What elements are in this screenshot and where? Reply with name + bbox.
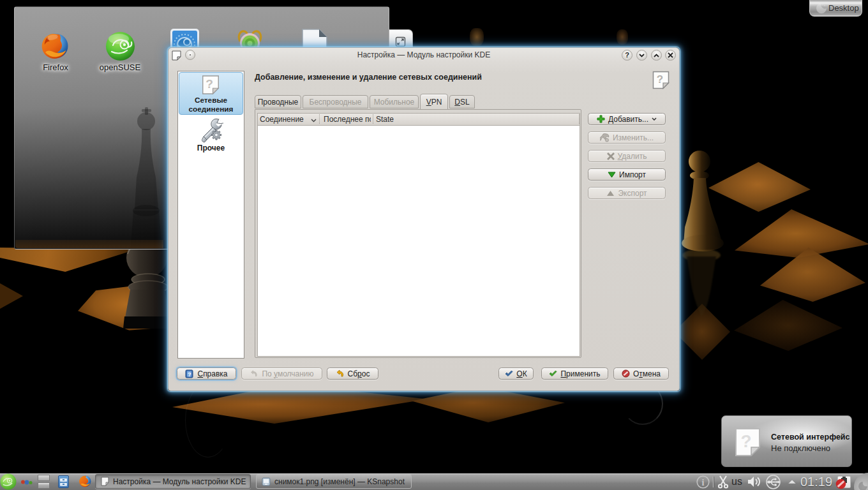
- svg-text:?: ?: [740, 431, 751, 451]
- svg-text:i: i: [702, 478, 705, 487]
- svg-text:?: ?: [657, 73, 663, 85]
- svg-text:?: ?: [188, 371, 192, 377]
- svg-text:?: ?: [206, 77, 213, 91]
